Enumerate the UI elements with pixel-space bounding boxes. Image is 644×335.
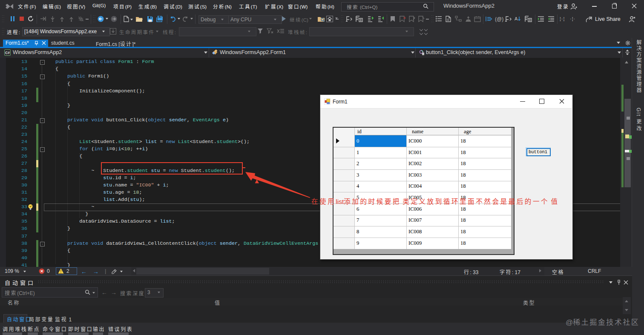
svg-text:A: A <box>515 16 518 21</box>
